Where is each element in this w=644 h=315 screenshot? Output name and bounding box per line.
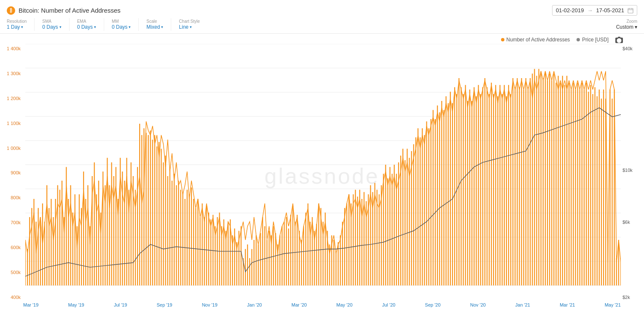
y-axis-right: $40k $10k $6k $2k [621, 44, 644, 308]
chevron-down-icon: ▾ [190, 25, 192, 29]
zoom-control: Zoom Custom ▾ [616, 19, 637, 30]
ema-label: EMA [77, 19, 96, 24]
legend-dot-orange [501, 38, 504, 41]
x-label-nov19: Nov '19 [202, 302, 218, 307]
x-label-may21: May '21 [605, 302, 621, 307]
ema-select[interactable]: 0 Days ▾ [77, 24, 96, 30]
date-separator: → [587, 7, 593, 14]
y-label-40k: $40k [621, 46, 644, 51]
mm-label: MM [112, 19, 131, 24]
bitcoin-icon: ₿ [7, 6, 15, 15]
x-label-may19: May '19 [68, 302, 84, 307]
chevron-down-icon: ▾ [94, 25, 96, 29]
y-label-600k: 600k [0, 245, 23, 250]
x-label-mar20: Mar '20 [291, 302, 307, 307]
y-label-1300k: 1 300k [0, 71, 23, 76]
x-label-jul20: Jul '20 [382, 302, 395, 307]
zoom-select[interactable]: Custom ▾ [616, 24, 637, 30]
sma-control: SMA 0 Days ▾ [42, 19, 61, 30]
mm-select[interactable]: 0 Days ▾ [112, 24, 131, 30]
y-label-6k: $6k [621, 220, 644, 225]
x-label-may20: May '20 [337, 302, 353, 307]
chevron-down-icon: ▾ [59, 25, 62, 29]
scale-control: Scale Mixed ▾ [146, 19, 163, 30]
date-range-picker[interactable]: 01-02-2019 → 17-05-2021 [552, 5, 637, 16]
page-title: Bitcoin: Number of Active Addresses [19, 7, 121, 14]
legend-dot-gray [577, 38, 580, 41]
divider [69, 18, 70, 31]
zoom-label: Zoom [626, 19, 637, 24]
x-label-nov20: Nov '20 [470, 302, 486, 307]
chart-area: 1 400k 1 300k 1 200k 1 100k 1 000k 900k … [0, 44, 644, 308]
sma-label: SMA [42, 19, 61, 24]
legend-price-label: Price [USD] [582, 37, 609, 43]
chart-style-select[interactable]: Line ▾ [179, 24, 199, 30]
scale-select[interactable]: Mixed ▾ [146, 24, 163, 30]
resolution-select[interactable]: 1 Day ▾ [7, 24, 27, 30]
camera-icon[interactable] [615, 36, 623, 43]
x-label-sep19: Sep '19 [157, 302, 172, 307]
divider [104, 18, 104, 31]
chevron-down-icon: ▾ [635, 24, 637, 30]
mm-control: MM 0 Days ▾ [112, 19, 131, 30]
y-label-700k: 700k [0, 220, 23, 225]
calendar-icon [628, 8, 633, 14]
divider [138, 18, 139, 31]
y-label-1400k: 1 400k [0, 46, 23, 51]
chart-style-label: Chart Style [179, 19, 199, 24]
chart-style-control: Chart Style Line ▾ [179, 19, 199, 30]
x-axis: Mar '19 May '19 Jul '19 Sep '19 Nov '19 … [23, 301, 621, 308]
y-label-500k: 500k [0, 270, 23, 275]
y-label-1000k: 1 000k [0, 146, 23, 151]
title-area: ₿ Bitcoin: Number of Active Addresses [7, 6, 121, 15]
y-axis-left: 1 400k 1 300k 1 200k 1 100k 1 000k 900k … [0, 44, 23, 308]
divider [171, 18, 171, 31]
sma-select[interactable]: 0 Days ▾ [42, 24, 61, 30]
ema-control: EMA 0 Days ▾ [77, 19, 96, 30]
date-end: 17-05-2021 [596, 7, 625, 14]
x-label-mar19: Mar '19 [23, 302, 38, 307]
x-label-jan21: Jan '21 [515, 302, 530, 307]
y-label-900k: 900k [0, 170, 23, 175]
y-label-10k: $10k [621, 168, 644, 173]
y-label-400k: 400k [0, 295, 23, 300]
chart-svg [25, 44, 621, 308]
x-label-jan20: Jan '20 [247, 302, 262, 307]
chevron-down-icon: ▾ [21, 25, 23, 29]
orange-bars [25, 69, 621, 285]
chevron-down-icon: ▾ [161, 25, 163, 29]
svg-rect-0 [628, 8, 633, 13]
y-label-1100k: 1 100k [0, 121, 23, 126]
resolution-label: Resolution [7, 19, 27, 24]
divider [34, 18, 35, 31]
legend-active-addresses: Number of Active Addresses [501, 37, 570, 43]
legend-price: Price [USD] [577, 37, 609, 43]
legend-active-addresses-label: Number of Active Addresses [507, 37, 570, 43]
y-label-800k: 800k [0, 195, 23, 200]
y-label-2k: $2k [621, 295, 644, 300]
legend: Number of Active Addresses Price [USD] [0, 34, 644, 44]
x-label-sep20: Sep '20 [425, 302, 441, 307]
chevron-down-icon: ▾ [129, 25, 131, 29]
toolbar: Resolution 1 Day ▾ SMA 0 Days ▾ EMA 0 Da… [0, 16, 644, 34]
resolution-control: Resolution 1 Day ▾ [7, 19, 27, 30]
scale-label: Scale [146, 19, 163, 24]
x-label-mar21: Mar '21 [560, 302, 575, 307]
x-label-jul19: Jul '19 [114, 302, 127, 307]
date-start: 01-02-2019 [556, 7, 584, 14]
y-label-1200k: 1 200k [0, 96, 23, 101]
